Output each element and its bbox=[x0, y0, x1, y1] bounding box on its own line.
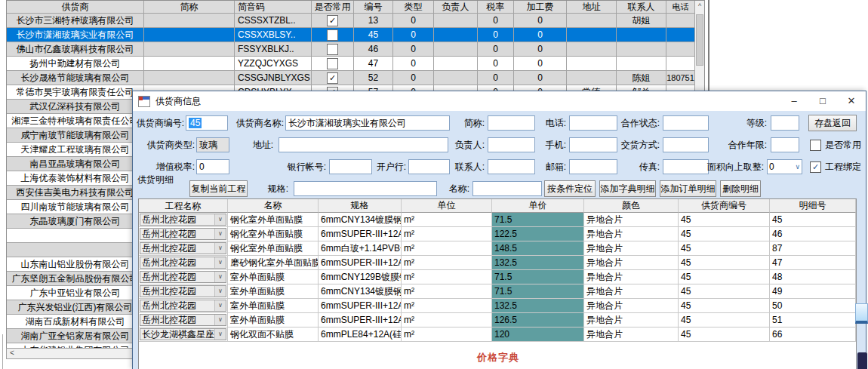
maximize-icon[interactable]: □ bbox=[808, 91, 837, 111]
detail-cell[interactable]: 6mmSUPER-III+12A(硅... bbox=[319, 227, 402, 241]
detail-cell[interactable]: 异地合片 bbox=[584, 313, 679, 327]
column-header[interactable]: 简音码 bbox=[235, 1, 312, 14]
common-checkbox[interactable] bbox=[327, 29, 338, 41]
detail-cell[interactable]: 异地合片 bbox=[584, 227, 679, 241]
detail-row[interactable]: 长沙龙湖祺鑫星座∨钢化双面不贴膜6mmPLE84+12A(硅酮胶...m²120… bbox=[139, 327, 856, 342]
chevron-down-icon[interactable]: ∨ bbox=[214, 286, 226, 297]
detail-column-header[interactable]: 颜色 bbox=[584, 199, 679, 213]
detail-cell[interactable]: 46 bbox=[770, 227, 856, 241]
scrollbar-thumb[interactable] bbox=[696, 14, 703, 66]
supplier-row[interactable]: 长沙市潇湘玻璃实业有限公司CSSXXBLSY..45000 bbox=[7, 28, 704, 42]
detail-cell[interactable]: 6mmSUPER-III+12A(硅... bbox=[319, 313, 402, 327]
project-combo[interactable]: 岳州北控花园∨ bbox=[140, 285, 226, 297]
detail-cell[interactable]: 50 bbox=[770, 299, 856, 313]
detail-cell[interactable]: 66 bbox=[770, 327, 856, 342]
column-header[interactable]: 简称 bbox=[144, 1, 235, 14]
bank-account-input[interactable] bbox=[329, 159, 372, 174]
unit-price-cell[interactable]: 120 bbox=[492, 327, 584, 342]
detail-cell[interactable]: m² bbox=[402, 313, 492, 327]
detail-column-header[interactable]: 供货商编号 bbox=[679, 199, 770, 213]
detail-cell[interactable]: 45 bbox=[679, 227, 770, 241]
chevron-down-icon[interactable]: ∨ bbox=[214, 315, 226, 325]
detail-cell[interactable]: 87 bbox=[770, 241, 856, 256]
chevron-down-icon[interactable]: ∨ bbox=[214, 272, 226, 282]
common-checkbox[interactable]: ✓ bbox=[327, 72, 338, 84]
delete-detail-button[interactable]: 删除明细 bbox=[720, 180, 761, 197]
detail-cell[interactable]: 48 bbox=[770, 270, 856, 284]
detail-cell[interactable]: 岳州北控花园∨ bbox=[139, 270, 228, 284]
detail-cell[interactable]: m² bbox=[402, 327, 492, 342]
add-dict-detail-button[interactable]: 添加字典明细 bbox=[599, 180, 656, 197]
detail-cell[interactable]: m² bbox=[402, 270, 492, 284]
unit-price-cell[interactable]: 132.5 bbox=[492, 256, 584, 270]
add-order-detail-button[interactable]: 添加订单明细 bbox=[660, 180, 716, 197]
unit-price-cell[interactable]: 122.5 bbox=[492, 227, 584, 241]
detail-cell[interactable]: 钢化室外单面贴膜 bbox=[228, 227, 319, 241]
chevron-down-icon[interactable]: ∨ bbox=[214, 214, 226, 225]
detail-cell[interactable]: 异地合片 bbox=[584, 299, 679, 313]
detail-cell[interactable]: 6mmCNY134镀膜钢化 bbox=[319, 213, 402, 227]
column-header[interactable]: 类型 bbox=[393, 1, 434, 14]
is-common-checkbox[interactable]: 是否常用 bbox=[810, 137, 861, 152]
detail-cell[interactable]: m² bbox=[402, 256, 492, 270]
detail-cell[interactable]: 45 bbox=[679, 213, 770, 227]
unit-price-cell[interactable]: 71.5 bbox=[492, 284, 584, 299]
column-header[interactable]: 联系人 bbox=[617, 1, 666, 14]
detail-cell[interactable]: 6mmPLE84+12A(硅酮胶... bbox=[319, 327, 402, 342]
locate-by-condition-button[interactable]: 按条件定位 bbox=[544, 180, 596, 197]
chevron-down-icon[interactable]: ∨ bbox=[214, 329, 226, 340]
detail-cell[interactable]: 45 bbox=[679, 256, 770, 270]
supplier-row[interactable]: 长沙晟格节能玻璃有限公司CSSGJNBLYXGS✓52000陈姐180751 bbox=[7, 71, 704, 85]
detail-row[interactable]: 岳州北控花园∨钢化室外单面贴膜6mm白玻+1.14PVB+6mm...m²148… bbox=[139, 241, 856, 256]
unit-price-cell[interactable]: 148.5 bbox=[492, 241, 584, 256]
detail-row[interactable]: 岳州北控花园∨钢化室外单面贴膜6mmSUPER-III+12A(硅...m²12… bbox=[139, 227, 856, 241]
detail-cell[interactable]: m² bbox=[402, 241, 492, 256]
spec-filter-input[interactable] bbox=[294, 181, 437, 196]
project-combo[interactable]: 岳州北控花园∨ bbox=[140, 271, 226, 283]
supplier-type-input[interactable]: 玻璃 bbox=[196, 137, 229, 152]
detail-column-header[interactable]: 名称 bbox=[228, 199, 319, 213]
column-header[interactable]: 是否常用 bbox=[312, 1, 354, 14]
detail-cell[interactable]: 钢化室外单面贴膜 bbox=[228, 213, 319, 227]
project-binding-checkbox[interactable]: ✓ 工程绑定 bbox=[810, 159, 861, 174]
detail-cell[interactable]: 6mmCNY134镀膜钢化 bbox=[319, 284, 402, 299]
detail-cell[interactable]: 岳州北控花园∨ bbox=[139, 213, 228, 227]
detail-column-header[interactable]: 单价 bbox=[492, 199, 584, 213]
detail-cell[interactable]: 6mmCNY129B镀膜钢化 bbox=[319, 270, 402, 284]
detail-cell[interactable]: 45 bbox=[679, 241, 770, 256]
detail-row[interactable]: 岳州北控花园∨室外单面贴膜6mmCNY129B镀膜钢化m²71.5异地合片454… bbox=[139, 270, 856, 284]
common-checkbox[interactable]: ✓ bbox=[327, 15, 338, 26]
detail-cell[interactable]: 45 bbox=[679, 313, 770, 327]
minimize-icon[interactable]: – bbox=[780, 91, 808, 111]
dialog-titlebar[interactable]: 供货商信息 – □ ✕ bbox=[133, 91, 866, 111]
supplier-name-input[interactable]: 长沙市潇湘玻璃实业有限公司 bbox=[285, 115, 450, 131]
detail-cell[interactable]: 异地合片 bbox=[584, 270, 679, 284]
chevron-down-icon[interactable]: ∨ bbox=[214, 257, 226, 268]
detail-cell[interactable]: 异地合片 bbox=[584, 327, 679, 342]
vat-rate-input[interactable]: 0 bbox=[196, 159, 229, 174]
contact-input[interactable] bbox=[488, 159, 535, 174]
supplier-no-input[interactable]: 45 bbox=[186, 115, 228, 131]
detail-cell[interactable]: 异地合片 bbox=[584, 256, 679, 270]
detail-cell[interactable]: 室外单面贴膜 bbox=[228, 299, 319, 313]
close-icon[interactable]: ✕ bbox=[837, 91, 866, 111]
detail-cell[interactable]: 47 bbox=[770, 256, 856, 270]
address-input[interactable] bbox=[279, 137, 448, 152]
detail-cell[interactable]: m² bbox=[402, 227, 492, 241]
detail-column-header[interactable]: 规格 bbox=[319, 199, 402, 213]
supplier-row[interactable]: 长沙市三湘特种玻璃有限公司CSSSXTZBL..✓13000胡姐 bbox=[7, 14, 704, 28]
detail-row[interactable]: 岳州北控花园∨室外单面贴膜6mmSUPER-III+12A(硅...m²126.… bbox=[139, 313, 856, 327]
unit-price-cell[interactable]: 71.5 bbox=[492, 270, 584, 284]
detail-cell[interactable]: 45 bbox=[679, 284, 770, 299]
detail-cell[interactable]: 室外单面贴膜 bbox=[228, 270, 319, 284]
detail-cell[interactable]: 岳州北控花园∨ bbox=[139, 256, 228, 270]
project-combo[interactable]: 岳州北控花园∨ bbox=[140, 228, 226, 240]
coop-years-input[interactable] bbox=[771, 137, 799, 152]
detail-row[interactable]: 岳州北控花园∨钢化室外单面贴膜6mmCNY134镀膜钢化m²71.5异地合片45… bbox=[139, 213, 856, 227]
detail-cell[interactable]: 岳州北控花园∨ bbox=[139, 284, 228, 299]
detail-row[interactable]: 岳州北控花园∨磨砂钢化室外单面贴膜6mmSUPER-III+12A(硅...m²… bbox=[139, 256, 856, 270]
supplier-grid-horizontal-scrollbar[interactable]: < bbox=[6, 348, 133, 359]
detail-cell[interactable]: 异地合片 bbox=[584, 241, 679, 256]
checkbox-box[interactable]: ✓ bbox=[810, 161, 821, 173]
detail-cell[interactable]: m² bbox=[402, 284, 492, 299]
